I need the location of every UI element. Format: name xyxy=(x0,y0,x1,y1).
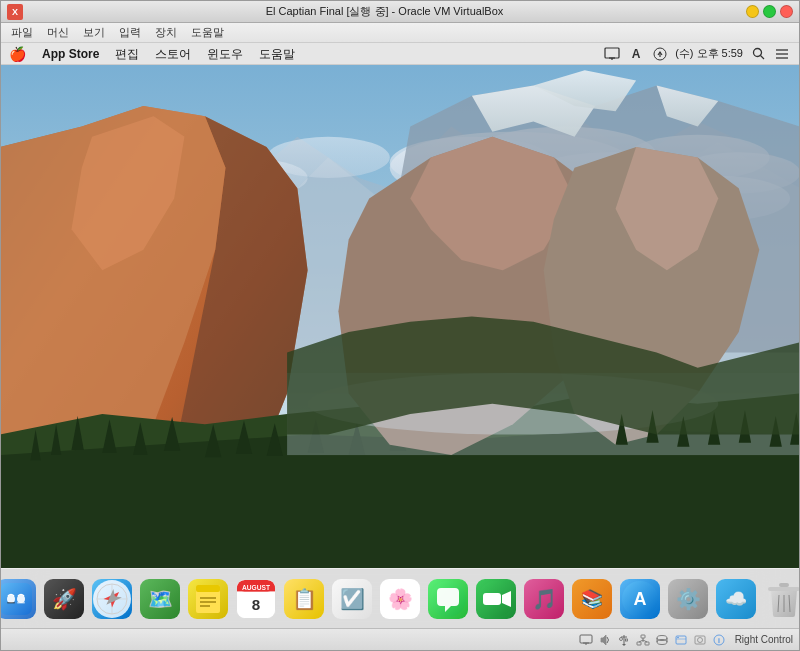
dock-system-preferences[interactable]: ⚙️ xyxy=(666,577,710,621)
photos-icon: 🌸 xyxy=(380,579,420,619)
syspref-icon: ⚙️ xyxy=(668,579,708,619)
svg-rect-101 xyxy=(645,642,649,645)
vbox-storage2-icon[interactable] xyxy=(673,632,689,648)
dock-notes[interactable] xyxy=(186,577,230,621)
input-method-icon[interactable]: A xyxy=(627,45,645,63)
dock-icloud[interactable]: ☁️ xyxy=(714,577,758,621)
apple-logo-icon[interactable]: 🍎 xyxy=(9,46,26,62)
desktop-wallpaper xyxy=(1,65,799,568)
mac-guest-content: 🍎 App Store 편집 스토어 윈도우 도움말 A xyxy=(1,43,799,628)
svg-point-61 xyxy=(17,595,25,603)
finder-icon xyxy=(1,579,36,619)
dock-reminders[interactable]: ☑️ xyxy=(330,577,374,621)
screen-mirroring-icon[interactable] xyxy=(603,45,621,63)
appstore-icon: A xyxy=(620,579,660,619)
mac-menu-edit[interactable]: 편집 xyxy=(107,43,147,65)
messages-icon xyxy=(428,579,468,619)
facetime-icon xyxy=(476,579,516,619)
dock-ibooks[interactable]: 📚 xyxy=(570,577,614,621)
vbox-snapshot-icon[interactable] xyxy=(692,632,708,648)
dock-finder[interactable] xyxy=(1,577,38,621)
close-button[interactable]: ✕ xyxy=(780,5,793,18)
svg-rect-99 xyxy=(641,635,645,638)
svg-text:A: A xyxy=(634,589,647,609)
vbox-menubar: 파일 머신 보기 입력 장치 도움말 xyxy=(1,23,799,43)
svg-rect-63 xyxy=(17,602,25,604)
svg-rect-91 xyxy=(580,635,592,643)
svg-point-111 xyxy=(677,636,679,638)
svg-rect-100 xyxy=(637,642,641,645)
svg-rect-82 xyxy=(483,593,501,605)
vbox-storage-icon[interactable] xyxy=(654,632,670,648)
icloud-icon: ☁️ xyxy=(716,579,756,619)
maximize-button[interactable]: □ xyxy=(763,5,776,18)
virtualbox-window: X El Captian Final [실행 중] - Oracle VM Vi… xyxy=(0,0,800,651)
notes-icon xyxy=(188,579,228,619)
dock-stickies[interactable]: 📋 xyxy=(282,577,326,621)
vbox-titlebar: X El Captian Final [실행 중] - Oracle VM Vi… xyxy=(1,1,799,23)
dock-photos[interactable]: 🌸 xyxy=(378,577,422,621)
spotlight-search-icon[interactable] xyxy=(749,45,767,63)
window-controls: ─ □ ✕ xyxy=(746,5,793,18)
maps-icon: 🗺️ xyxy=(140,579,180,619)
dock-itunes[interactable]: 🎵 xyxy=(522,577,566,621)
mac-status-area: A (수) 오후 5:59 xyxy=(603,45,791,63)
dock-launchpad[interactable]: 🚀 xyxy=(42,577,86,621)
svg-point-113 xyxy=(697,637,702,642)
dock-calendar[interactable]: 8 AUGUST xyxy=(234,577,278,621)
dock-safari[interactable] xyxy=(90,577,134,621)
svg-line-104 xyxy=(643,640,647,642)
svg-rect-62 xyxy=(7,602,15,604)
minimize-button[interactable]: ─ xyxy=(746,5,759,18)
notification-center-icon[interactable] xyxy=(773,45,791,63)
vbox-menu-file[interactable]: 파일 xyxy=(5,24,39,41)
svg-text:8: 8 xyxy=(252,596,260,613)
calendar-icon: 8 AUGUST xyxy=(236,579,276,619)
vbox-menu-view[interactable]: 보기 xyxy=(77,24,111,41)
vbox-title: El Captian Final [실행 중] - Oracle VM Virt… xyxy=(29,4,740,19)
trash-icon xyxy=(765,580,799,618)
svg-point-96 xyxy=(619,637,622,640)
mac-app-name[interactable]: App Store xyxy=(34,43,107,65)
vbox-menu-input[interactable]: 입력 xyxy=(113,24,147,41)
vbox-menu-machine[interactable]: 머신 xyxy=(41,24,75,41)
svg-point-60 xyxy=(7,595,15,603)
ibooks-icon: 📚 xyxy=(572,579,612,619)
itunes-icon: 🎵 xyxy=(524,579,564,619)
dock-facetime[interactable] xyxy=(474,577,518,621)
svg-rect-0 xyxy=(605,48,619,58)
reminders-icon: ☑️ xyxy=(332,579,372,619)
svg-rect-87 xyxy=(779,583,789,587)
vbox-screen-icon[interactable] xyxy=(578,632,594,648)
mac-menu-help[interactable]: 도움말 xyxy=(251,43,303,65)
vbox-usb-icon[interactable] xyxy=(616,632,632,648)
dock-maps[interactable]: 🗺️ xyxy=(138,577,182,621)
dock-appstore[interactable]: A xyxy=(618,577,662,621)
mac-dock: 🚀 xyxy=(1,568,799,628)
mac-desktop[interactable] xyxy=(1,65,799,568)
dock-trash[interactable] xyxy=(762,577,799,621)
upload-icon[interactable] xyxy=(651,45,669,63)
svg-point-5 xyxy=(753,49,761,57)
vbox-menu-devices[interactable]: 장치 xyxy=(149,24,183,41)
dock-messages[interactable] xyxy=(426,577,470,621)
vbox-audio-icon[interactable] xyxy=(597,632,613,648)
vbox-network-icon[interactable] xyxy=(635,632,651,648)
svg-rect-59 xyxy=(1,583,32,615)
mac-menu-window[interactable]: 윈도우 xyxy=(199,43,251,65)
svg-rect-86 xyxy=(768,587,799,591)
mac-time: (수) 오후 5:59 xyxy=(675,46,743,61)
svg-rect-71 xyxy=(196,585,220,592)
right-control-label: Right Control xyxy=(735,634,793,645)
vbox-info-icon[interactable]: i xyxy=(711,632,727,648)
svg-line-6 xyxy=(760,56,764,60)
svg-rect-97 xyxy=(625,639,627,641)
mac-menu-store[interactable]: 스토어 xyxy=(147,43,199,65)
safari-icon xyxy=(92,579,132,619)
mac-menubar: 🍎 App Store 편집 스토어 윈도우 도움말 A xyxy=(1,43,799,65)
stickies-icon: 📋 xyxy=(284,579,324,619)
vbox-menu-help[interactable]: 도움말 xyxy=(185,24,230,41)
launchpad-icon: 🚀 xyxy=(44,579,84,619)
svg-text:AUGUST: AUGUST xyxy=(242,583,270,590)
svg-text:i: i xyxy=(718,637,720,644)
